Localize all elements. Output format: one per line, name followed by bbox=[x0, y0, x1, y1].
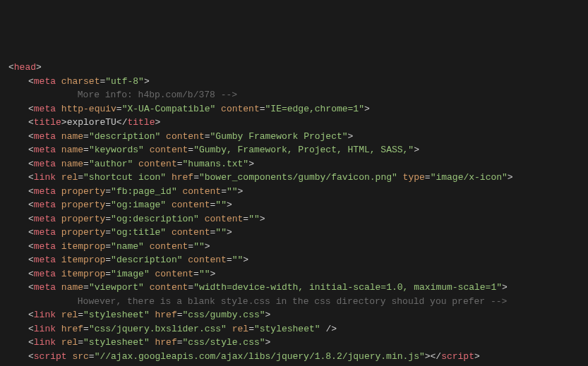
code-line: <title>exploreTU</title> bbox=[8, 116, 580, 130]
code-line: <meta property="og:image" content=""> bbox=[8, 198, 580, 212]
code-line: <meta name="author" content="humans.txt"… bbox=[8, 157, 580, 171]
code-line: <meta itemprop="image" content=""> bbox=[8, 267, 580, 281]
code-line: <link rel="stylesheet" href="css/style.c… bbox=[8, 336, 580, 350]
code-editor[interactable]: <head><meta charset="utf-8"> More info: … bbox=[8, 61, 580, 366]
code-line: <meta itemprop="name" content=""> bbox=[8, 240, 580, 254]
code-line: <meta property="og:description" content=… bbox=[8, 212, 580, 226]
code-line: <meta itemprop="description" content=""> bbox=[8, 253, 580, 267]
code-line: <link rel="shortcut icon" href="bower_co… bbox=[8, 171, 580, 185]
code-line: <meta property="og:title" content=""> bbox=[8, 226, 580, 240]
code-line: <meta name="viewport" content="width=dev… bbox=[8, 281, 580, 295]
code-line: <meta http-equiv="X-UA-Compatible" conte… bbox=[8, 102, 580, 116]
code-line: <meta charset="utf-8"> bbox=[8, 75, 580, 89]
code-line: <script src="bower_components/gumby/js/l… bbox=[8, 363, 580, 366]
code-line: <meta name="keywords" content="Gumby, Fr… bbox=[8, 143, 580, 157]
code-line: More info: h4bp.com/b/378 --> bbox=[8, 88, 580, 102]
code-line: <link href="css/jquery.bxslider.css" rel… bbox=[8, 322, 580, 336]
code-line: <meta property="fb:page_id" content=""> bbox=[8, 185, 580, 199]
code-line: <link rel="stylesheet" href="css/gumby.c… bbox=[8, 308, 580, 322]
code-line: <meta name="description" content="Gumby … bbox=[8, 130, 580, 144]
code-line: <head> bbox=[8, 61, 580, 75]
code-line: <script src="//ajax.googleapis.com/ajax/… bbox=[8, 350, 580, 364]
code-line: However, there is a blank style.css in t… bbox=[8, 295, 580, 309]
